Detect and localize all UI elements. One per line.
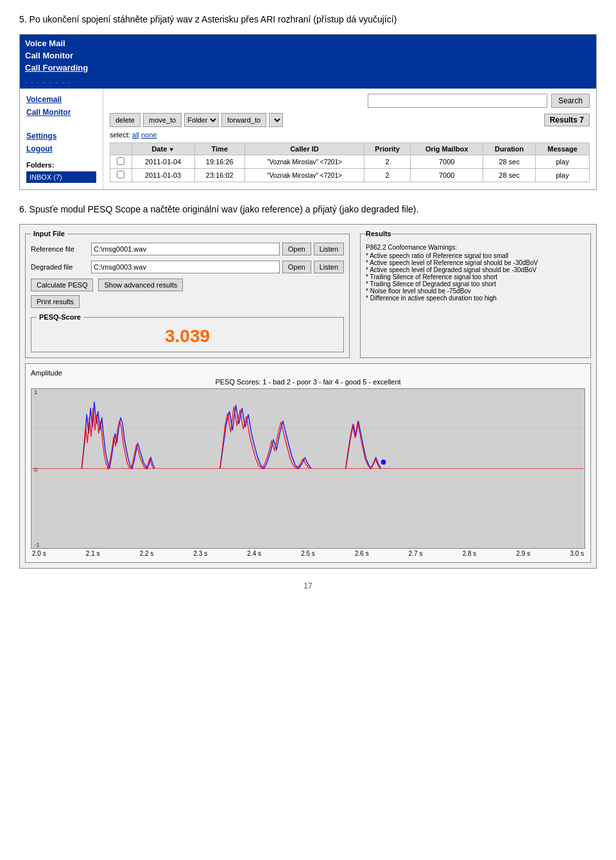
messages-table: Date Time Caller ID Priority Orig Mailbo… — [110, 142, 590, 182]
print-row: Print results — [31, 295, 344, 308]
svg-point-6 — [381, 460, 386, 465]
col-message: Message — [536, 143, 590, 155]
col-origmailbox: Orig Mailbox — [411, 143, 483, 155]
menu-item-callmonitor[interactable]: Call Monitor — [25, 49, 591, 62]
row-message-0[interactable]: play — [536, 155, 590, 169]
row-origmailbox-0: 7000 — [411, 155, 483, 169]
folder-select[interactable]: Folder — [184, 113, 219, 127]
x-label-1: 2.1 s — [86, 550, 100, 557]
forward-select[interactable] — [269, 113, 283, 127]
col-duration: Duration — [483, 143, 536, 155]
warning-item-1: Active speech level of Reference signal … — [366, 259, 585, 266]
x-axis-labels: 2.0 s2.1 s2.2 s2.3 s2.4 s2.5 s2.6 s2.7 s… — [31, 550, 585, 557]
x-label-8: 2.8 s — [463, 550, 477, 557]
col-time: Time — [194, 143, 244, 155]
reference-file-input[interactable] — [91, 243, 280, 255]
sidebar-link-settings[interactable]: Settings — [26, 132, 96, 141]
amplitude-label: Amplitude — [31, 369, 585, 377]
row-checkbox-1[interactable] — [110, 169, 132, 182]
page-number: 17 — [19, 581, 597, 590]
waveform-cluster2 — [220, 405, 311, 469]
step6-heading: 6. Spusťe modul PESQ Scope a načtěte ori… — [19, 203, 597, 216]
row-duration-1: 28 sec — [483, 169, 536, 182]
print-button[interactable]: Print results — [31, 295, 80, 308]
search-input[interactable] — [368, 94, 547, 108]
sidebar-link-voicemail[interactable]: Voicemail — [26, 95, 96, 104]
x-label-0: 2.0 s — [32, 550, 46, 557]
select-none-link[interactable]: none — [141, 131, 157, 139]
calculate-pesq-button[interactable]: Calculate PESQ — [31, 279, 93, 291]
vm-dots: · · · · · · · · — [20, 76, 596, 89]
search-button[interactable]: Search — [551, 94, 590, 108]
row-priority-1: 2 — [364, 169, 410, 182]
menu-item-callforwarding[interactable]: Call Forwarding — [25, 62, 591, 74]
step5-heading: 5. Po ukončení spojení stáhněte přijatý … — [19, 13, 597, 26]
sidebar-link-logout[interactable]: Logout — [26, 144, 96, 153]
voicemail-ui: Voice Mail Call Monitor Call Forwarding … — [19, 34, 597, 190]
pesq-input-panel: Input File Reference file Open Listen De… — [25, 230, 350, 358]
waveform-container: Amplitude PESQ Scores: 1 - bad 2 - poor … — [25, 363, 591, 563]
search-row: Search — [110, 94, 590, 108]
degraded-file-input[interactable] — [91, 261, 280, 273]
row-checkbox-0[interactable] — [110, 155, 132, 169]
waveform-cluster1 — [81, 402, 155, 469]
row-duration-0: 28 sec — [483, 155, 536, 169]
folders-label: Folders: — [26, 161, 96, 169]
sidebar-link-callmonitor[interactable]: Call Monitor — [26, 108, 96, 117]
degraded-label: Degraded file — [31, 263, 89, 271]
show-advanced-button[interactable]: Show advanced results — [98, 279, 183, 291]
row-time-0: 19:16:26 — [194, 155, 244, 169]
col-checkbox — [110, 143, 132, 155]
reference-label: Reference file — [31, 245, 89, 253]
waveform-svg: 1 0 -1 — [31, 389, 585, 548]
results-badge: Results 7 — [544, 114, 590, 126]
x-label-10: 3.0 s — [570, 550, 584, 557]
warnings-list: Active speech ratio of Reference signal … — [366, 252, 585, 302]
row-message-1[interactable]: play — [536, 169, 590, 182]
row-origmailbox-1: 7000 — [411, 169, 483, 182]
x-label-2: 2.2 s — [140, 550, 154, 557]
reference-file-row: Reference file Open Listen — [31, 243, 344, 255]
warning-item-0: Active speech ratio of Reference signal … — [366, 252, 585, 259]
svg-text:1: 1 — [34, 389, 37, 395]
move-to-button[interactable]: move_to — [143, 113, 182, 127]
vm-sidebar: Voicemail Call Monitor Settings Logout F… — [20, 89, 103, 189]
degraded-file-row: Degraded file Open Listen — [31, 261, 344, 273]
warning-item-6: Difference in active speech duration too… — [366, 295, 585, 302]
warning-item-5: Noise floor level should be -75dBov — [366, 288, 585, 295]
degraded-listen-button[interactable]: Listen — [314, 261, 344, 273]
vm-body: Voicemail Call Monitor Settings Logout F… — [20, 89, 596, 189]
svg-text:0: 0 — [34, 466, 38, 473]
warning-item-4: Trailing Silence of Degraded signal too … — [366, 280, 585, 288]
col-callerid: Caller ID — [245, 143, 364, 155]
chart-area: 1 0 -1 — [31, 388, 585, 549]
row-time-1: 23:16:02 — [194, 169, 244, 182]
table-row: 2011-01-03 23:16:02 "Voznak Miroslav" <7… — [110, 169, 590, 182]
vm-toolbar: delete move_to Folder forward_to Results… — [110, 113, 590, 127]
select-all-link[interactable]: all — [132, 131, 139, 139]
x-label-9: 2.9 s — [516, 550, 530, 557]
x-label-3: 2.3 s — [193, 550, 207, 557]
reference-open-button[interactable]: Open — [282, 243, 311, 255]
col-date[interactable]: Date — [132, 143, 194, 155]
x-label-7: 2.7 s — [409, 550, 423, 557]
pesq-top: Input File Reference file Open Listen De… — [20, 225, 596, 363]
sidebar-section: Settings Logout — [26, 122, 96, 153]
row-date-0: 2011-01-04 — [132, 155, 194, 169]
x-label-5: 2.5 s — [301, 550, 315, 557]
row-callerid-0: "Voznak Miroslav" <7201> — [245, 155, 364, 169]
x-label-6: 2.6 s — [355, 550, 369, 557]
pesq-ui: Input File Reference file Open Listen De… — [19, 224, 597, 569]
warning-item-2: Active speech level of Degraded signal s… — [366, 266, 585, 273]
degraded-open-button[interactable]: Open — [282, 261, 311, 273]
row-date-1: 2011-01-03 — [132, 169, 194, 182]
pesq-score-container: PESQ-Score 3.039 — [31, 313, 344, 352]
forward-to-button[interactable]: forward_to — [221, 113, 266, 127]
inbox-folder[interactable]: INBOX (7) — [26, 171, 96, 183]
delete-button[interactable]: delete — [110, 113, 141, 127]
reference-listen-button[interactable]: Listen — [314, 243, 344, 255]
menu-item-voicemail[interactable]: Voice Mail — [25, 37, 591, 49]
select-row: select: all none — [110, 131, 590, 139]
pesq-score-value: 3.039 — [37, 323, 338, 349]
pesq-score-legend: PESQ-Score — [37, 313, 83, 321]
